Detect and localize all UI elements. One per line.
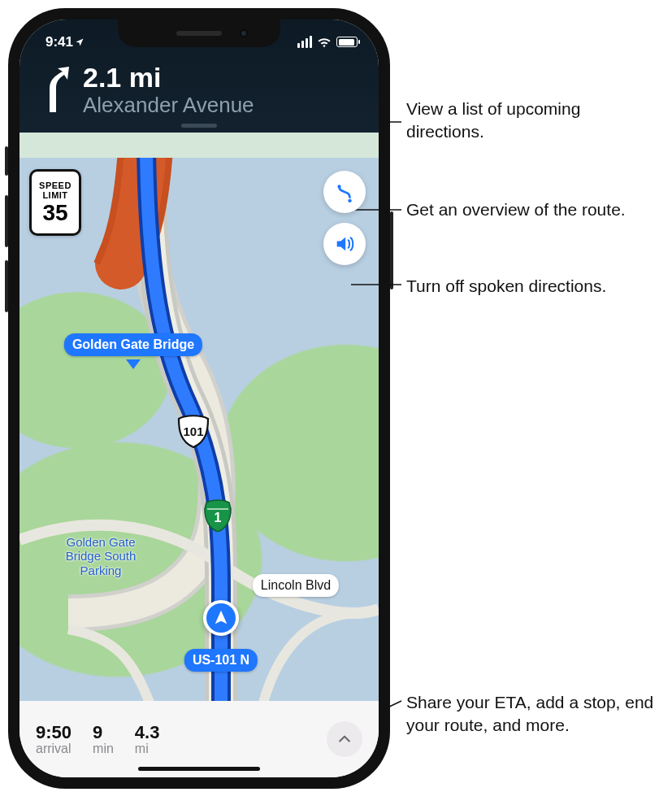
audio-toggle-button[interactable] xyxy=(323,223,366,265)
annotation-callouts: View a list of upcoming directions. Get … xyxy=(406,0,672,805)
next-turn-street: Alexander Avenue xyxy=(83,93,254,118)
speed-limit-label-bottom: LIMIT xyxy=(42,190,67,200)
distance-value: 4.3 xyxy=(135,722,160,743)
power-button xyxy=(390,211,393,289)
arrival-time: 9:50 xyxy=(36,722,72,743)
phone-frame: 9:41 2.1 mi Alexander Ave xyxy=(8,8,390,789)
stat-distance: 4.3 mi xyxy=(135,722,160,756)
minutes-value: 9 xyxy=(93,722,114,743)
volume-down-button xyxy=(5,260,8,312)
current-location-puck xyxy=(203,600,239,636)
speed-limit-sign: SPEEDLIMIT 35 xyxy=(29,169,81,236)
route-summary-bar[interactable]: 9:50 arrival 9 min 4.3 mi xyxy=(20,701,379,777)
screen: 9:41 2.1 mi Alexander Ave xyxy=(20,20,379,777)
route-overview-button[interactable] xyxy=(323,171,366,213)
shield-1-text: 1 xyxy=(215,511,222,525)
cellular-icon xyxy=(297,36,312,48)
volume-up-button xyxy=(5,195,8,247)
wifi-icon xyxy=(317,37,332,48)
callout-route-overview: Get an overview of the route. xyxy=(406,198,650,221)
banner-grabber[interactable] xyxy=(181,124,217,128)
callout-expand-options: Share your ETA, add a stop, end your rou… xyxy=(406,691,658,738)
callout-directions-list: View a list of upcoming directions. xyxy=(406,98,650,144)
chevron-up-icon xyxy=(336,731,353,747)
map-label-lincoln-blvd[interactable]: Lincoln Blvd xyxy=(253,574,339,597)
next-turn-distance: 2.1 mi xyxy=(83,63,254,93)
turn-right-arrow-icon xyxy=(37,67,72,112)
mute-switch xyxy=(5,146,8,176)
poi-gg-parking[interactable]: Golden Gate Bridge South Parking xyxy=(66,535,137,577)
callout-audio-toggle: Turn off spoken directions. xyxy=(406,275,650,298)
home-indicator[interactable] xyxy=(138,767,260,771)
minutes-label: min xyxy=(93,742,114,756)
stat-arrival: 9:50 arrival xyxy=(36,722,72,756)
route-icon xyxy=(334,181,355,202)
speed-limit-label-top: SPEED xyxy=(39,181,72,190)
map-label-us101n[interactable]: US-101 N xyxy=(184,649,258,672)
distance-label: mi xyxy=(135,742,160,756)
map-label-golden-gate-bridge[interactable]: Golden Gate Bridge xyxy=(64,333,202,356)
label-pointer-icon xyxy=(126,359,141,369)
arrival-label: arrival xyxy=(36,742,72,756)
location-services-icon xyxy=(75,37,85,47)
expand-route-options-button[interactable] xyxy=(327,721,362,757)
status-time: 9:41 xyxy=(46,34,73,50)
battery-icon xyxy=(336,37,358,47)
speed-limit-value: 35 xyxy=(42,202,67,224)
shield-101-text: 101 xyxy=(183,424,203,438)
notch xyxy=(118,20,280,47)
map-view[interactable]: SPEEDLIMIT 35 Golden xyxy=(20,158,379,701)
heading-indicator-icon xyxy=(212,609,230,627)
stat-minutes: 9 min xyxy=(93,722,114,756)
speaker-icon xyxy=(333,233,356,255)
